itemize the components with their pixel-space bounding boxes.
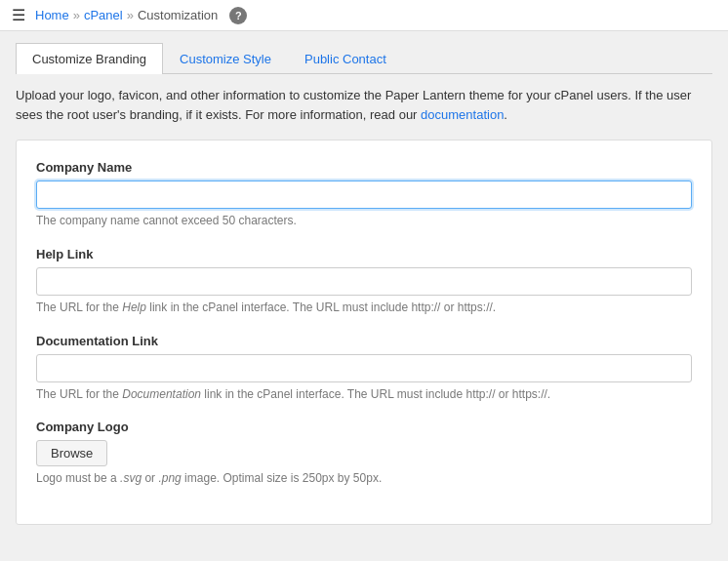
company-name-label: Company Name <box>36 160 692 175</box>
main-content: Customize Branding Customize Style Publi… <box>0 31 728 537</box>
company-name-group: Company Name The company name cannot exc… <box>36 160 692 229</box>
help-link-input[interactable] <box>36 267 692 296</box>
company-name-input[interactable] <box>36 180 692 209</box>
breadcrumb-sep-1: » <box>73 8 80 22</box>
company-logo-group: Company Logo Browse Logo must be a .svg … <box>36 420 692 487</box>
breadcrumb-cpanel[interactable]: cPanel <box>84 8 123 22</box>
doc-hint-suffix: link in the cPanel interface. The URL mu… <box>201 387 550 401</box>
page-description: Upload your logo, favicon, and other inf… <box>16 86 712 124</box>
logo-hint-svg: .svg <box>120 471 142 485</box>
help-link-hint-italic: Help <box>122 301 146 314</box>
documentation-link[interactable]: documentation <box>421 107 504 122</box>
breadcrumb-customization: Customization <box>138 8 218 22</box>
form-card: Company Name The company name cannot exc… <box>16 140 712 525</box>
breadcrumb-home[interactable]: Home <box>35 8 69 22</box>
doc-hint-italic: Documentation <box>122 387 201 401</box>
logo-hint-png: .png <box>158 471 181 485</box>
company-name-hint: The company name cannot exceed 50 charac… <box>36 213 692 229</box>
help-link-hint-prefix: The URL for the <box>36 301 122 314</box>
description-text: Upload your logo, favicon, and other inf… <box>16 88 691 122</box>
browse-button[interactable]: Browse <box>36 440 107 466</box>
tabs-container: Customize Branding Customize Style Publi… <box>16 43 712 74</box>
documentation-link-group: Documentation Link The URL for the Docum… <box>36 334 692 403</box>
description-suffix: . <box>504 107 507 122</box>
help-link-hint-suffix: link in the cPanel interface. The URL mu… <box>146 301 496 314</box>
tab-customize-branding[interactable]: Customize Branding <box>16 43 163 74</box>
breadcrumb: Home » cPanel » Customization ? <box>35 7 247 24</box>
tab-public-contact[interactable]: Public Contact <box>288 43 403 74</box>
hamburger-icon[interactable]: ☰ <box>12 6 25 24</box>
help-link-label: Help Link <box>36 247 692 261</box>
doc-hint-prefix: The URL for the <box>36 387 122 401</box>
documentation-link-hint: The URL for the Documentation link in th… <box>36 386 692 403</box>
documentation-link-input[interactable] <box>36 354 692 382</box>
top-bar: ☰ Home » cPanel » Customization ? <box>0 0 728 31</box>
breadcrumb-sep-2: » <box>127 8 134 22</box>
company-logo-hint: Logo must be a .svg or .png image. Optim… <box>36 470 692 487</box>
help-link-group: Help Link The URL for the Help link in t… <box>36 247 692 316</box>
help-link-hint: The URL for the Help link in the cPanel … <box>36 300 692 316</box>
company-logo-label: Company Logo <box>36 420 692 434</box>
documentation-link-label: Documentation Link <box>36 334 692 348</box>
help-icon[interactable]: ? <box>229 7 247 24</box>
tab-customize-style[interactable]: Customize Style <box>163 43 288 74</box>
